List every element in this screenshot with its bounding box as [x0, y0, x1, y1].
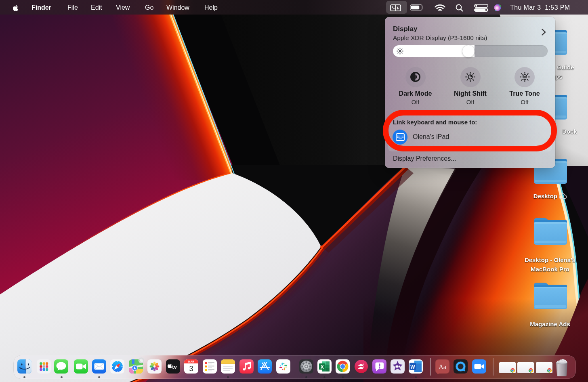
svg-text:tv: tv	[172, 364, 177, 370]
svg-text:Aa: Aa	[439, 363, 446, 370]
svg-text:X: X	[320, 364, 323, 370]
svg-text:W: W	[410, 364, 415, 370]
svg-text:3: 3	[189, 364, 193, 373]
svg-text:MAR: MAR	[188, 360, 194, 363]
